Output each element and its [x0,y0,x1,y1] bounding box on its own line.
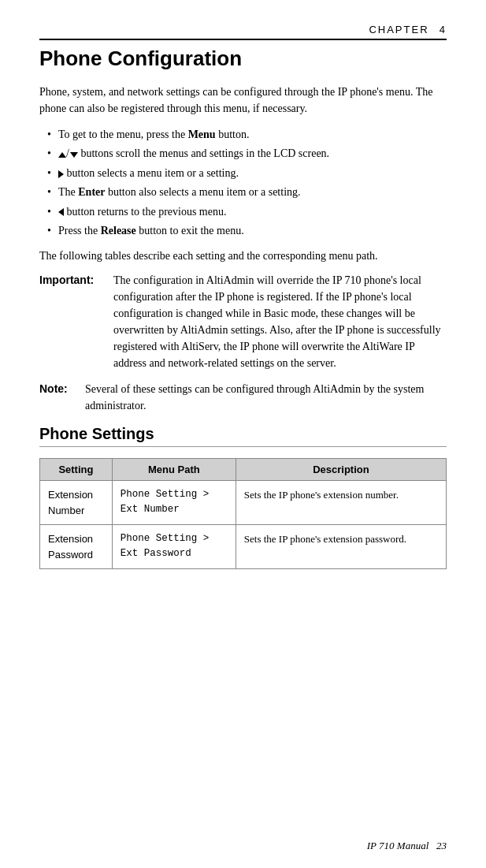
enter-bold: Enter [78,186,105,198]
note-block: Note: Several of these settings can be c… [39,381,447,414]
table-header-row: Setting Menu Path Description [40,459,447,481]
bullet-arrow-right: button selects a menu item or a setting. [47,165,447,182]
arrow-up-icon [58,152,66,158]
footer-text: IP 710 Manual [367,840,428,851]
page-footer: IP 710 Manual 23 [367,840,447,852]
menu-bold: Menu [188,129,216,140]
intro-paragraph: Phone, system, and network settings can … [39,84,447,117]
row2-setting: ExtensionPassword [40,525,113,569]
row2-desc: Sets the IP phone's extension password. [236,525,446,569]
chapter-number: 4 [440,24,447,35]
table-row: ExtensionPassword Phone Setting >Ext Pas… [40,525,447,569]
col-setting: Setting [40,459,113,481]
arrow-down-icon [70,152,78,158]
row1-desc: Sets the IP phone's extension number. [236,481,446,525]
bullet-enter: The Enter button also selects a menu ite… [47,184,447,201]
col-description: Description [236,459,446,481]
bullet-arrows: / buttons scroll the menus and settings … [47,145,447,162]
note-label: Note: [39,381,79,414]
bullet-list: To get to the menu, press the Menu butto… [47,126,447,240]
important-label: Important: [39,272,110,371]
bullet-release: Press the Release button to exit the men… [47,222,447,240]
chapter-header: CHAPTER 4 [39,24,447,40]
table-row: ExtensionNumber Phone Setting >Ext Numbe… [40,481,447,525]
arrow-right-icon [58,170,64,178]
following-text: The following tables describe each setti… [39,248,447,264]
section-title: Phone Settings [39,425,447,447]
release-bold: Release [101,225,136,237]
bullet-arrow-left: button returns to the previous menu. [47,203,447,221]
important-content: The configuration in AltiAdmin will over… [113,272,447,371]
footer-page: 23 [436,840,447,851]
note-content: Several of these settings can be configu… [85,381,447,414]
row1-setting: ExtensionNumber [40,481,113,525]
arrow-left-icon [58,208,64,216]
col-menu-path: Menu Path [112,459,236,481]
row2-menu: Phone Setting >Ext Password [112,525,236,569]
bullet-menu: To get to the menu, press the Menu butto… [47,126,447,143]
page-title: Phone Configuration [39,47,447,71]
important-block: Important: The configuration in AltiAdmi… [39,272,447,371]
row1-menu: Phone Setting >Ext Number [112,481,236,525]
settings-table: Setting Menu Path Description ExtensionN… [39,458,447,569]
chapter-label: CHAPTER [369,24,428,35]
